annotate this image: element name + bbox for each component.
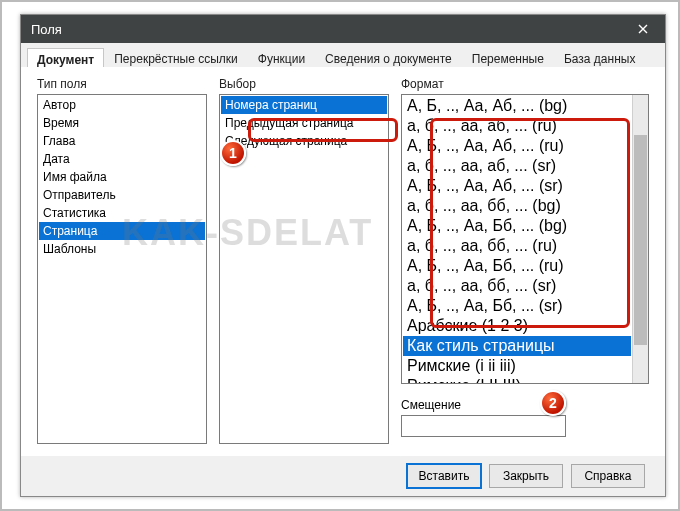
list-item[interactable]: Как стиль страницы	[403, 336, 631, 356]
list-item[interactable]: Предыдущая страница	[221, 114, 387, 132]
list-item[interactable]: А, Б, .., Аа, Бб, ... (sr)	[403, 296, 631, 316]
scrollbar[interactable]	[632, 95, 648, 383]
titlebar: Поля	[21, 15, 665, 43]
list-item[interactable]: Римские (I II III)	[403, 376, 631, 383]
list-item[interactable]: а, б, .., аа, бб, ... (sr)	[403, 276, 631, 296]
list-item[interactable]: Шаблоны	[39, 240, 205, 258]
dialog-content: Тип поля Автор Время Глава Дата Имя файл…	[21, 67, 665, 456]
column-select: Выбор Номера страниц Предыдущая страница…	[219, 77, 389, 456]
listbox-type[interactable]: Автор Время Глава Дата Имя файла Отправи…	[37, 94, 207, 444]
list-item[interactable]: Отправитель	[39, 186, 205, 204]
offset-input[interactable]	[401, 415, 566, 437]
window-title: Поля	[31, 22, 62, 37]
close-icon[interactable]	[629, 19, 657, 39]
listbox-format[interactable]: А, Б, .., Аа, Аб, ... (bg) а, б, .., аа,…	[401, 94, 649, 384]
list-item[interactable]: А, Б, .., Аа, Аб, ... (sr)	[403, 176, 631, 196]
insert-button[interactable]: Вставить	[407, 464, 481, 488]
list-item[interactable]: Автор	[39, 96, 205, 114]
button-row: Вставить Закрыть Справка	[407, 464, 645, 488]
label-select: Выбор	[219, 77, 389, 91]
label-offset: Смещение	[401, 398, 649, 412]
list-item[interactable]: Время	[39, 114, 205, 132]
column-type: Тип поля Автор Время Глава Дата Имя файл…	[37, 77, 207, 456]
close-button[interactable]: Закрыть	[489, 464, 563, 488]
list-item[interactable]: А, Б, .., Аа, Аб, ... (ru)	[403, 136, 631, 156]
list-item[interactable]: Имя файла	[39, 168, 205, 186]
label-format: Формат	[401, 77, 649, 91]
step-badge-1: 1	[220, 140, 246, 166]
list-item[interactable]: а, б, .., аа, бб, ... (ru)	[403, 236, 631, 256]
list-item[interactable]: Арабские (1 2 3)	[403, 316, 631, 336]
dialog-window: Поля Документ Перекрёстные ссылки Функци…	[20, 14, 666, 497]
list-item[interactable]: А, Б, .., Аа, Бб, ... (bg)	[403, 216, 631, 236]
list-item[interactable]: Римские (i ii iii)	[403, 356, 631, 376]
screenshot-frame: Поля Документ Перекрёстные ссылки Функци…	[0, 0, 680, 511]
list-item[interactable]: а, б, .., аа, аб, ... (ru)	[403, 116, 631, 136]
list-item[interactable]: А, Б, .., Аа, Аб, ... (bg)	[403, 96, 631, 116]
list-item[interactable]: Дата	[39, 150, 205, 168]
list-item[interactable]: А, Б, .., Аа, Бб, ... (ru)	[403, 256, 631, 276]
label-type: Тип поля	[37, 77, 207, 91]
column-format: Формат А, Б, .., Аа, Аб, ... (bg) а, б, …	[401, 77, 649, 456]
help-button[interactable]: Справка	[571, 464, 645, 488]
list-item[interactable]: Глава	[39, 132, 205, 150]
list-item[interactable]: Страница	[39, 222, 205, 240]
list-item[interactable]: Статистика	[39, 204, 205, 222]
list-item[interactable]: Номера страниц	[221, 96, 387, 114]
list-item[interactable]: а, б, .., аа, аб, ... (sr)	[403, 156, 631, 176]
list-item[interactable]: Следующая страница	[221, 132, 387, 150]
list-item[interactable]: а, б, .., аа, бб, ... (bg)	[403, 196, 631, 216]
step-badge-2: 2	[540, 390, 566, 416]
scroll-thumb[interactable]	[634, 135, 647, 345]
